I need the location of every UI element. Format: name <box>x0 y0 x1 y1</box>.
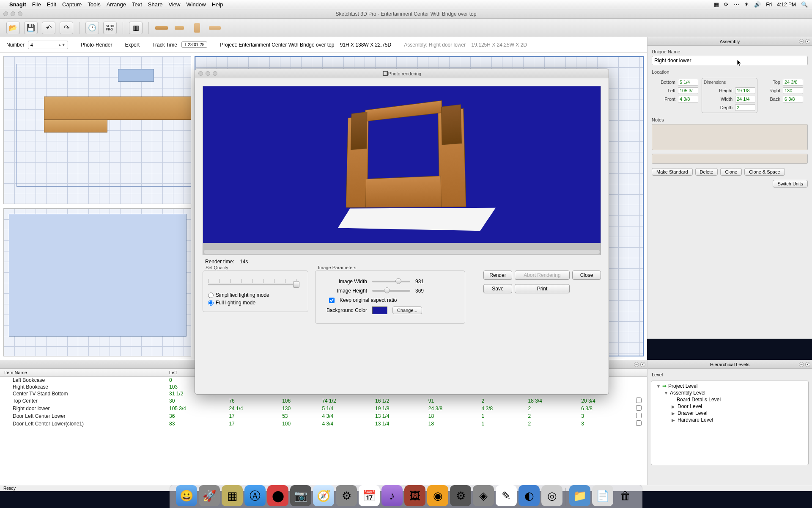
viewport-top[interactable] <box>3 56 191 204</box>
bgcolor-swatch[interactable] <box>372 306 387 314</box>
cabinet-tool-icon[interactable]: ▥ <box>129 22 143 34</box>
keep-aspect-checkbox[interactable] <box>329 298 335 303</box>
dock-launchpad-icon[interactable]: 🚀 <box>199 485 220 506</box>
close-button[interactable]: Close <box>572 271 601 280</box>
panel-close-icon[interactable]: × <box>805 39 810 44</box>
notes-textarea[interactable] <box>652 124 808 150</box>
change-color-button[interactable]: Change... <box>392 306 422 314</box>
undo-tool-icon[interactable]: ↶ <box>42 22 55 34</box>
viewport-front[interactable] <box>3 208 191 356</box>
disclosure-icon[interactable]: ▶ <box>672 411 676 416</box>
clone-space-button[interactable]: Clone & Space <box>744 168 785 176</box>
menu-file[interactable]: File <box>32 1 41 8</box>
image-height-slider[interactable] <box>372 290 410 292</box>
menubar-day[interactable]: Fri <box>766 2 772 8</box>
open-tool-icon[interactable]: 📂 <box>6 22 20 34</box>
unique-name-input[interactable] <box>652 56 808 65</box>
back-input[interactable] <box>783 96 803 102</box>
delete-button[interactable]: Delete <box>695 168 718 176</box>
menubar-grid-icon[interactable]: ▦ <box>714 1 719 8</box>
width-input[interactable] <box>735 96 755 102</box>
dock-iphoto-icon[interactable]: 🖼 <box>404 485 425 506</box>
menu-edit[interactable]: Edit <box>47 1 56 8</box>
menu-tools[interactable]: Tools <box>88 1 100 8</box>
quality-slider[interactable]: ||||||||| <box>208 279 297 286</box>
top-input[interactable] <box>783 79 803 86</box>
tree-board-details[interactable]: Board Details Level <box>677 397 721 403</box>
abort-rendering-button[interactable]: Abort Rendering <box>515 271 570 280</box>
tree-project-level[interactable]: Project Level <box>668 383 697 389</box>
item-checkbox[interactable] <box>636 413 642 418</box>
tree-hardware-level[interactable]: Hardware Level <box>678 417 713 423</box>
volume-icon[interactable]: 🔊 <box>754 1 761 8</box>
itemlist-close-icon[interactable]: × <box>640 362 645 367</box>
table-row[interactable]: Right door lower105 3/424 1/41305 1/419 … <box>0 405 647 412</box>
photo-render-button[interactable]: Photo-Render <box>81 42 112 48</box>
table-row[interactable]: Door Left Center Lower(clone1)83171004 3… <box>0 420 647 428</box>
item-checkbox[interactable] <box>636 405 642 411</box>
board-vertical-icon[interactable] <box>190 22 204 34</box>
dock-app-icon-6[interactable]: ◎ <box>541 485 562 506</box>
dock-snagit-icon[interactable]: ⬤ <box>267 485 288 506</box>
disclosure-icon[interactable]: ▼ <box>656 384 661 389</box>
dock-appstore-icon[interactable]: Ⓐ <box>244 485 266 506</box>
clock-tool-icon[interactable]: 🕐 <box>85 22 99 34</box>
image-width-slider[interactable] <box>372 281 410 282</box>
menu-share[interactable]: Share <box>148 1 163 8</box>
dock-finder-icon[interactable]: 😀 <box>176 485 197 506</box>
menu-window[interactable]: Window <box>186 1 206 8</box>
item-checkbox[interactable] <box>636 420 642 426</box>
modal-traffic-lights[interactable] <box>198 71 217 76</box>
col-item-name[interactable]: Item Name <box>0 369 165 377</box>
board-medium-icon[interactable] <box>173 22 186 34</box>
level-tree[interactable]: ▼➡Project Level ▼Assembly Level Board De… <box>651 381 809 465</box>
board-long-icon[interactable] <box>155 22 168 34</box>
number-stepper-icon[interactable]: ▲▼ <box>58 43 66 47</box>
bottom-input[interactable] <box>678 79 698 86</box>
dock-app-icon-1[interactable]: ◉ <box>427 485 448 506</box>
clone-button[interactable]: Clone <box>720 168 742 176</box>
dock-mission-control-icon[interactable]: ▦ <box>222 485 243 506</box>
board-thin-icon[interactable] <box>208 22 222 34</box>
table-row[interactable]: Door Left Center Lower3617534 3/413 1/41… <box>0 412 647 420</box>
menubar-time[interactable]: 4:12 PM <box>777 2 796 8</box>
redo-tool-icon[interactable]: ↷ <box>60 22 73 34</box>
menu-arrange[interactable]: Arrange <box>107 1 126 8</box>
dock-document-icon[interactable]: 📄 <box>592 485 613 506</box>
menu-appname[interactable]: Snagit <box>9 1 26 8</box>
save-button[interactable]: Save <box>483 284 512 293</box>
disclosure-icon[interactable]: ▶ <box>672 418 676 422</box>
full-lighting-radio[interactable] <box>208 300 214 306</box>
tree-door-level[interactable]: Door Level <box>678 403 702 409</box>
panel-minimize-icon[interactable]: – <box>799 39 804 44</box>
traffic-lights[interactable] <box>3 11 22 16</box>
dock-calendar-icon[interactable]: 📅 <box>359 485 380 506</box>
menu-view[interactable]: View <box>169 1 181 8</box>
item-checkbox[interactable] <box>636 398 642 403</box>
number-input[interactable]: 4 ▲▼ <box>28 41 68 49</box>
notes-textarea-2[interactable] <box>652 154 808 164</box>
dock-trash-icon[interactable]: 🗑 <box>615 485 636 506</box>
switch-units-button[interactable]: Switch Units <box>773 180 808 188</box>
menu-capture[interactable]: Capture <box>62 1 82 8</box>
wifi-icon[interactable]: ✶ <box>744 1 749 8</box>
sl3d-pro-button[interactable]: SL3D PRO <box>103 22 117 34</box>
render-button[interactable]: Render <box>483 271 512 280</box>
right-input[interactable] <box>783 87 803 94</box>
dock-app-icon-2[interactable]: ⚙ <box>450 485 471 506</box>
height-input[interactable] <box>735 87 755 94</box>
print-button[interactable]: Print <box>515 284 570 293</box>
save-tool-icon[interactable]: 💾 <box>24 22 38 34</box>
front-input[interactable] <box>678 96 698 102</box>
menubar-sync-icon[interactable]: ⟳ <box>724 1 729 8</box>
tree-drawer-level[interactable]: Drawer Level <box>678 410 708 416</box>
dock-settings-icon[interactable]: ⚙ <box>336 485 357 506</box>
menu-help[interactable]: Help <box>212 1 223 8</box>
simplified-lighting-radio[interactable] <box>208 293 214 298</box>
dock-app-icon-3[interactable]: ◈ <box>473 485 494 506</box>
dock-itunes-icon[interactable]: ♪ <box>381 485 403 506</box>
export-button[interactable]: Export <box>125 42 140 48</box>
spotlight-icon[interactable]: 🔍 <box>801 1 808 8</box>
make-standard-button[interactable]: Make Standard <box>652 168 693 176</box>
menu-text[interactable]: Text <box>132 1 142 8</box>
